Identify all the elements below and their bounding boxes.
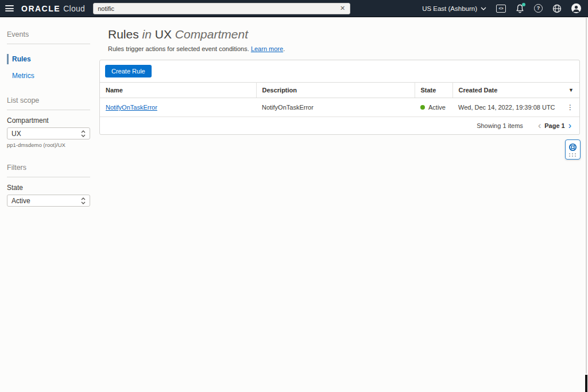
compartment-path: pp1-dmsdemo (root)/UX <box>7 142 90 148</box>
sidebar: Events Rules Metrics List scope Compartm… <box>0 18 98 207</box>
topbar-actions: US East (Ashburn) <> ? <box>422 3 581 13</box>
compartment-value: UX <box>11 130 81 138</box>
learn-more-link[interactable]: Learn more <box>251 45 283 52</box>
cell-created-date: Wed, Dec 14, 2022, 19:39:08 UTC <box>452 98 561 117</box>
column-header-created-date[interactable]: Created Date <box>452 83 561 98</box>
compartment-select[interactable]: UX <box>7 127 90 139</box>
cell-state: Active <box>415 98 452 117</box>
title-ux: UX <box>155 28 172 41</box>
filters-section: Filters State Active <box>7 164 90 207</box>
page-indicator: Page 1 <box>544 122 564 129</box>
column-header-actions: ▼ <box>561 83 579 98</box>
sidebar-item-rules[interactable]: Rules <box>7 54 90 64</box>
divider <box>7 44 90 44</box>
developer-tools-button[interactable]: <> <box>496 5 506 13</box>
status-badge: Active <box>428 104 446 111</box>
sidebar-heading-list-scope: List scope <box>7 96 90 104</box>
divider <box>7 110 90 110</box>
title-compartment: Compartment <box>175 28 248 41</box>
page-next-icon[interactable]: › <box>566 121 574 130</box>
list-scope-section: List scope Compartment UX pp1-dmsdemo (r… <box>7 96 90 148</box>
subtitle-text: Rules trigger actions for selected event… <box>108 45 249 52</box>
title-block: Rules in UX Compartment Rules trigger ac… <box>108 28 580 52</box>
title-in: in <box>142 28 152 41</box>
profile-button[interactable] <box>571 3 581 13</box>
row-actions-menu[interactable]: ⋮ <box>561 98 579 117</box>
column-header-state[interactable]: State <box>415 83 452 98</box>
column-header-name[interactable]: Name <box>100 83 256 98</box>
right-edge-line <box>586 18 587 374</box>
developer-tools-icon: <> <box>496 5 506 13</box>
globe-icon <box>552 4 562 13</box>
help-button[interactable]: ? <box>534 4 543 13</box>
select-caret-icon <box>81 130 86 137</box>
state-filter-label: State <box>7 184 90 192</box>
language-button[interactable] <box>552 4 562 13</box>
state-filter-select[interactable]: Active <box>7 195 90 207</box>
region-label: US East (Ashburn) <box>422 5 477 12</box>
menu-icon[interactable] <box>5 5 14 11</box>
oracle-cloud-logo[interactable]: ORACLE Cloud <box>21 4 85 13</box>
sidebar-heading-events: Events <box>7 30 90 38</box>
rules-table: Name Description State Created Date ▼ No… <box>100 82 579 117</box>
state-filter-value: Active <box>11 197 81 205</box>
lifesaver-icon <box>568 143 577 152</box>
create-rule-button[interactable]: Create Rule <box>105 65 152 77</box>
pagination: ‹ Page 1 › <box>536 121 574 130</box>
cell-description: NotifyOnTaskError <box>256 98 415 117</box>
column-header-description[interactable]: Description <box>256 83 415 98</box>
showing-items-text: Showing 1 items <box>477 122 523 129</box>
topbar: ORACLE Cloud ✕ US East (Ashburn) <> ? <box>0 0 588 17</box>
region-selector[interactable]: US East (Ashburn) <box>422 5 486 12</box>
notification-badge <box>522 3 525 6</box>
sidebar-item-metrics[interactable]: Metrics <box>7 71 90 81</box>
brand-cloud: Cloud <box>63 4 85 13</box>
events-nav: Rules Metrics <box>7 54 90 81</box>
support-widget[interactable] <box>565 139 581 160</box>
select-caret-icon <box>81 197 86 204</box>
divider <box>7 177 90 177</box>
kebab-icon: ⋮ <box>567 103 574 111</box>
drag-handle-icon[interactable] <box>569 153 577 157</box>
main-content: Rules in UX Compartment Rules trigger ac… <box>98 18 588 392</box>
rules-table-card: Create Rule Name Description State Creat… <box>99 60 580 135</box>
global-search: ✕ <box>93 3 350 14</box>
brand-oracle: ORACLE <box>21 4 60 13</box>
created-date-label: Created Date <box>459 87 498 94</box>
profile-icon <box>571 3 581 13</box>
cell-name: NotifyOnTaskError <box>100 98 256 117</box>
rule-name-link[interactable]: NotifyOnTaskError <box>106 104 157 111</box>
title-rules: Rules <box>108 28 139 41</box>
table-header-row: Name Description State Created Date ▼ <box>100 83 579 98</box>
close-icon[interactable]: ✕ <box>339 5 346 11</box>
sort-desc-icon[interactable]: ▼ <box>568 87 574 93</box>
table-footer: Showing 1 items ‹ Page 1 › <box>100 117 579 134</box>
table-row: NotifyOnTaskError NotifyOnTaskError Acti… <box>100 98 579 117</box>
table-toolbar: Create Rule <box>100 60 579 82</box>
notifications-button[interactable] <box>516 4 524 13</box>
page-subtitle: Rules trigger actions for selected event… <box>108 45 580 52</box>
status-dot <box>420 105 425 110</box>
subtitle-period: . <box>283 45 285 52</box>
sidebar-heading-filters: Filters <box>7 164 90 172</box>
right-edge-corner <box>585 375 587 392</box>
search-input[interactable] <box>98 5 339 12</box>
compartment-label: Compartment <box>7 117 90 125</box>
page-prev-icon[interactable]: ‹ <box>536 121 543 130</box>
chevron-down-icon <box>481 7 486 10</box>
help-icon: ? <box>534 4 543 13</box>
page-title: Rules in UX Compartment <box>108 28 580 41</box>
